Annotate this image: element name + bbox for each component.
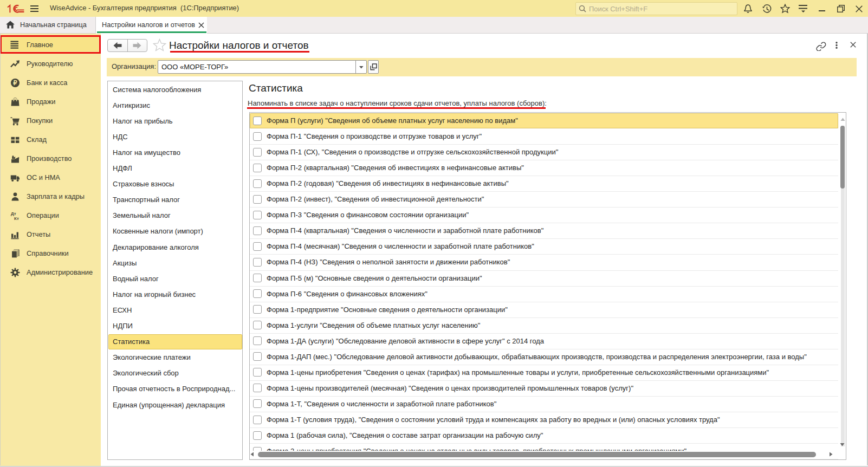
svg-text:₽: ₽ [13, 80, 17, 86]
svg-text:Кт: Кт [14, 216, 19, 221]
